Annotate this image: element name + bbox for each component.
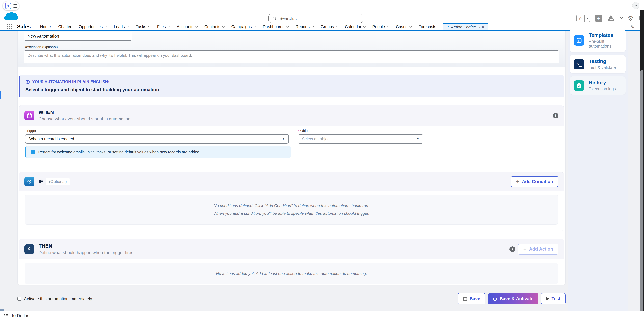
- info-icon[interactable]: i: [553, 113, 558, 119]
- edit-nav-pencil-icon[interactable]: ✎: [630, 24, 634, 29]
- if-empty-line1: No conditions defined. Click "Add Condit…: [214, 203, 369, 208]
- chevron-down-icon[interactable]: [363, 25, 366, 28]
- chevron-down-icon[interactable]: [410, 25, 412, 28]
- checklist-icon: [24, 244, 34, 254]
- utility-corner: [0, 309, 4, 311]
- scrollbar-thumb[interactable]: [640, 70, 644, 317]
- chevron-down-icon[interactable]: [478, 26, 480, 28]
- global-search[interactable]: [268, 14, 363, 23]
- save-button[interactable]: Save: [458, 293, 485, 304]
- terminal-icon: >_: [574, 59, 584, 70]
- app-name[interactable]: Sales: [17, 24, 31, 30]
- nav-item-cases[interactable]: Cases: [396, 24, 411, 29]
- tab-action-engine[interactable]: * Action Engine ×: [444, 23, 488, 30]
- chevron-down-icon[interactable]: [148, 25, 150, 28]
- nav-item-home[interactable]: Home: [40, 24, 51, 29]
- chevron-down-icon[interactable]: [254, 25, 256, 28]
- nav-item-campaigns[interactable]: Campaigns: [231, 24, 255, 29]
- description-textarea[interactable]: [24, 50, 559, 64]
- favorites-chevron[interactable]: [585, 18, 590, 19]
- nav-item-tasks[interactable]: Tasks: [136, 24, 150, 29]
- nav-item-calendar[interactable]: Calendar: [345, 24, 365, 29]
- chevron-down-icon[interactable]: [387, 25, 389, 28]
- nav-item-label: Leads: [114, 24, 125, 29]
- then-empty-state: No actions added yet. Add at least one a…: [25, 263, 558, 284]
- nav-item-leads[interactable]: Leads: [114, 24, 128, 29]
- header-actions: ☆ + ? ⚙: [576, 14, 644, 23]
- setup-gear-icon[interactable]: ⚙: [628, 15, 634, 22]
- templates-grid-icon: [574, 35, 584, 46]
- chevron-down-icon[interactable]: [105, 25, 107, 28]
- sidebar-card-testing[interactable]: >_ Testing Test & validate: [570, 55, 626, 73]
- chevron-down-icon[interactable]: [196, 25, 198, 28]
- screen: { "header": { "search": { "placeholder":…: [0, 0, 644, 320]
- activate-checkbox[interactable]: [18, 297, 21, 301]
- test-button[interactable]: Test: [541, 293, 566, 304]
- hamburger-icon: [14, 4, 17, 8]
- nav-item-label: Groups: [321, 24, 334, 29]
- nav-item-files[interactable]: Files: [157, 24, 170, 29]
- nav-item-label: Files: [157, 24, 166, 29]
- banner-summary: Select a trigger and object to start bui…: [26, 87, 559, 93]
- nav-item-contacts[interactable]: Contacts: [204, 24, 224, 29]
- page-background: Description (Optional) YOUR AUTOMATION I…: [0, 31, 644, 311]
- sidebar-card-templates[interactable]: Templates Pre-built automations: [570, 29, 626, 52]
- chevron-down-icon[interactable]: [127, 25, 129, 28]
- nav-item-reports[interactable]: Reports: [296, 24, 313, 29]
- chevron-down-icon[interactable]: [286, 25, 289, 28]
- nav-item-label: Accounts: [177, 24, 193, 29]
- app-launcher-icon[interactable]: [7, 24, 12, 29]
- add-condition-button[interactable]: + Add Condition: [511, 176, 558, 187]
- nav-item-forecasts[interactable]: Forecasts: [418, 24, 436, 29]
- if-header: IF (Optional) + Add Condition: [19, 172, 564, 191]
- add-condition-label: Add Condition: [522, 179, 553, 184]
- when-subtitle: Choose what event should start this auto…: [38, 116, 130, 122]
- nav-item-people[interactable]: People: [372, 24, 388, 29]
- close-icon[interactable]: ×: [482, 25, 484, 29]
- then-header: THEN Define what should happen when the …: [19, 239, 564, 259]
- nav-item-label: Forecasts: [418, 24, 436, 29]
- info-icon[interactable]: i: [510, 246, 515, 252]
- scrollbar-track[interactable]: [640, 10, 644, 320]
- nav-item-accounts[interactable]: Accounts: [177, 24, 197, 29]
- when-title: WHEN: [38, 109, 130, 115]
- star-icon[interactable]: ☆: [576, 15, 584, 22]
- collapse-button[interactable]: [632, 2, 639, 9]
- nav-item-groups[interactable]: Groups: [321, 24, 338, 29]
- nav-item-label: Calendar: [345, 24, 361, 29]
- required-mark: *: [298, 129, 299, 133]
- play-icon: [546, 297, 549, 301]
- chevron-down-icon[interactable]: [336, 25, 338, 28]
- extension-pill[interactable]: [3, 1, 19, 11]
- help-icon[interactable]: ?: [620, 15, 623, 22]
- favorites-control[interactable]: ☆: [576, 15, 590, 22]
- automation-name-input[interactable]: [24, 32, 132, 41]
- todo-list-button[interactable]: To Do List: [11, 313, 30, 318]
- chevron-down-icon[interactable]: [168, 25, 170, 28]
- sidebar-card-title: Templates: [589, 32, 622, 38]
- nav-item-label: Chatter: [58, 24, 72, 29]
- add-action-button[interactable]: + Add Action: [518, 244, 558, 254]
- chevron-down-icon[interactable]: [312, 25, 314, 28]
- test-label: Test: [552, 296, 560, 301]
- save-label: Save: [470, 296, 480, 301]
- sidebar-card-subtitle: Execution logs: [589, 86, 616, 91]
- trigger-select[interactable]: When a record is created ▼: [25, 134, 289, 144]
- nav-item-dashboards[interactable]: Dashboards: [263, 24, 288, 29]
- search-icon: [272, 16, 277, 21]
- eye-icon: [26, 80, 30, 84]
- tab-bar: Sales Home Chatter Opportunities Leads T…: [0, 23, 644, 31]
- sidebar-card-history[interactable]: History Execution logs: [570, 76, 626, 95]
- nav-item-chatter[interactable]: Chatter: [58, 24, 72, 29]
- quick-create-button[interactable]: +: [595, 15, 602, 22]
- trailhead-icon[interactable]: [607, 15, 615, 23]
- chevron-down-icon[interactable]: [222, 25, 224, 28]
- search-input[interactable]: [280, 16, 359, 21]
- nav-item-opportunities[interactable]: Opportunities: [79, 24, 106, 29]
- object-select[interactable]: Select an object ▼: [298, 134, 423, 144]
- if-body: No conditions defined. Click "Add Condit…: [19, 191, 564, 231]
- save-activate-button[interactable]: Save & Activate: [488, 293, 538, 304]
- builder-footer: Activate this automation immediately Sav…: [18, 292, 566, 306]
- unsaved-indicator: *: [448, 25, 449, 29]
- nav-item-label: Opportunities: [79, 24, 103, 29]
